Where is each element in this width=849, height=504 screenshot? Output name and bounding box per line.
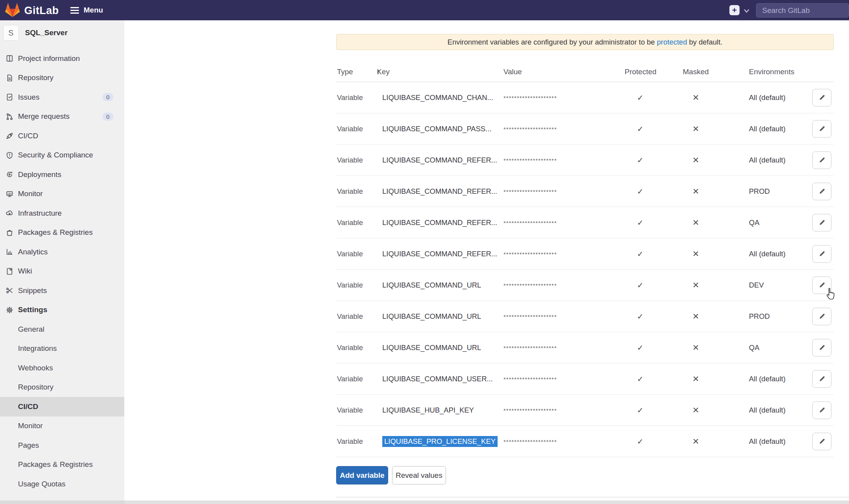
masked-cross-icon: ✕ <box>680 312 711 321</box>
sidebar-item-project-information[interactable]: Project information <box>0 49 124 68</box>
protected-check-icon: ✓ <box>625 124 656 134</box>
edit-variable-button[interactable] <box>812 307 831 325</box>
shield-icon <box>5 151 13 159</box>
sidebar-subitem-label: General <box>18 325 45 334</box>
variable-environments: QA <box>749 343 759 352</box>
masked-cross-icon: ✕ <box>680 281 711 290</box>
sidebar-item-infrastructure[interactable]: Infrastructure <box>0 204 124 223</box>
chevron-down-icon[interactable] <box>744 8 749 15</box>
sidebar-item-label: Security & Compliance <box>18 151 93 159</box>
variable-type: Variable <box>337 93 363 102</box>
sidebar-item-settings[interactable]: Settings <box>0 300 124 320</box>
masked-cross-icon: ✕ <box>680 187 711 196</box>
protected-check-icon: ✓ <box>625 437 656 446</box>
variable-environments: QA <box>749 218 759 227</box>
variable-type: Variable <box>337 375 363 383</box>
sidebar-item-snippets[interactable]: Snippets <box>0 281 124 300</box>
new-item-plus-button[interactable]: + <box>729 5 740 15</box>
sidebar-subitem-webhooks[interactable]: Webhooks <box>0 358 124 378</box>
sidebar-item-monitor[interactable]: Monitor <box>0 184 124 204</box>
sidebar-item-label: Packages & Registries <box>18 228 93 237</box>
sidebar-nav: Project information Repository Issues 0 <box>0 49 124 494</box>
protected-check-icon: ✓ <box>625 281 656 290</box>
edit-variable-button[interactable] <box>812 214 831 231</box>
protected-check-icon: ✓ <box>625 249 656 259</box>
edit-variable-button[interactable] <box>812 370 831 388</box>
sidebar-subitem-label: CI/CD <box>18 402 38 411</box>
search-input[interactable] <box>756 3 849 18</box>
edit-variable-button[interactable] <box>812 120 831 138</box>
protected-check-icon: ✓ <box>625 187 656 196</box>
table-row: Variable LIQUIBASE_COMMAND_PASS... *****… <box>336 113 834 145</box>
variable-environments: PROD <box>749 187 770 196</box>
edit-variable-button[interactable] <box>812 276 831 294</box>
protected-check-icon: ✓ <box>625 406 656 415</box>
variable-type: Variable <box>337 156 363 164</box>
variable-masked-value: ******************** <box>503 219 557 226</box>
sidebar-item-label: Deployments <box>18 170 61 179</box>
sidebar-item-packages-registries[interactable]: Packages & Registries <box>0 223 124 243</box>
variable-key: LIQUIBASE_COMMAND_CHAN... <box>382 93 493 102</box>
banner-text: by default. <box>687 38 723 46</box>
variables-actions: Add variable Reveal values <box>336 466 446 484</box>
variable-key: LIQUIBASE_COMMAND_REFER... <box>382 156 497 164</box>
variable-masked-value: ******************** <box>503 157 557 163</box>
sidebar-subitem-integrations[interactable]: Integrations <box>0 339 124 359</box>
column-header-environments: Environments <box>749 68 794 76</box>
sidebar-subitem-label: Pages <box>18 441 39 450</box>
menu-button[interactable]: Menu <box>70 0 103 20</box>
sidebar-item-security-compliance[interactable]: Security & Compliance <box>0 146 124 165</box>
protected-link[interactable]: protected <box>657 38 687 46</box>
add-variable-button[interactable]: Add variable <box>336 466 388 484</box>
edit-variable-button[interactable] <box>812 182 831 200</box>
variable-key: LIQUIBASE_HUB_API_KEY <box>382 406 474 415</box>
sidebar-item-deployments[interactable]: Deployments <box>0 165 124 184</box>
sidebar-item-cicd[interactable]: CI/CD <box>0 126 124 146</box>
sidebar-subitem-usage-quotas[interactable]: Usage Quotas <box>0 474 124 494</box>
edit-variable-button[interactable] <box>812 89 831 106</box>
variable-type: Variable <box>337 125 363 133</box>
variable-masked-value: ******************** <box>503 188 557 195</box>
variable-type: Variable <box>337 312 363 321</box>
sidebar-project-header[interactable]: S SQL_Server <box>3 25 68 41</box>
sidebar-subitem-packages-registries[interactable]: Packages & Registries <box>0 455 124 475</box>
table-row: Variable LIQUIBASE_COMMAND_URL *********… <box>336 332 834 363</box>
sidebar-subitem-repository[interactable]: Repository <box>0 378 124 397</box>
masked-cross-icon: ✕ <box>680 343 711 352</box>
variable-masked-value: ******************** <box>503 282 557 288</box>
reveal-values-button[interactable]: Reveal values <box>392 466 446 484</box>
table-row: Variable LIQUIBASE_PRO_LICENSE_KEY *****… <box>336 426 834 457</box>
variable-environments: PROD <box>749 312 770 321</box>
variable-type: Variable <box>337 250 363 258</box>
edit-variable-button[interactable] <box>812 433 831 450</box>
masked-cross-icon: ✕ <box>680 93 711 102</box>
sidebar-item-issues[interactable]: Issues 0 <box>0 88 124 107</box>
sidebar-item-analytics[interactable]: Analytics <box>0 242 124 262</box>
edit-variable-button[interactable] <box>812 151 831 169</box>
sidebar-item-repository[interactable]: Repository <box>0 68 124 88</box>
variable-type: Variable <box>337 281 363 290</box>
sidebar-subitem-label: Repository <box>18 383 54 391</box>
sidebar-item-label: Wiki <box>18 267 32 275</box>
sidebar-subitem-pages[interactable]: Pages <box>0 436 124 455</box>
gitlab-home-link[interactable]: GitLab <box>5 2 59 19</box>
sidebar-subitem-monitor[interactable]: Monitor <box>0 416 124 436</box>
sidebar-subitem-general[interactable]: General <box>0 320 124 339</box>
protected-check-icon: ✓ <box>625 343 656 352</box>
variable-masked-value: ******************** <box>503 407 557 413</box>
monitor-icon <box>5 190 13 198</box>
sidebar-item-wiki[interactable]: Wiki <box>0 262 124 281</box>
cicd-variables-section: Environment variables are configured by … <box>336 20 834 504</box>
sidebar-subitem-label: Webhooks <box>18 364 53 372</box>
sidebar-subitem-cicd[interactable]: CI/CD <box>0 397 124 416</box>
variable-masked-value: ******************** <box>503 313 557 320</box>
edit-variable-button[interactable] <box>812 245 831 263</box>
gitlab-logo-icon <box>5 2 20 19</box>
project-name: SQL_Server <box>25 29 68 37</box>
edit-variable-button[interactable] <box>812 401 831 419</box>
table-row: Variable LIQUIBASE_COMMAND_CHAN... *****… <box>336 82 834 113</box>
chart-icon <box>5 248 13 256</box>
section-divider <box>336 497 849 497</box>
sidebar-item-merge-requests[interactable]: Merge requests 0 <box>0 107 124 127</box>
edit-variable-button[interactable] <box>812 339 831 356</box>
